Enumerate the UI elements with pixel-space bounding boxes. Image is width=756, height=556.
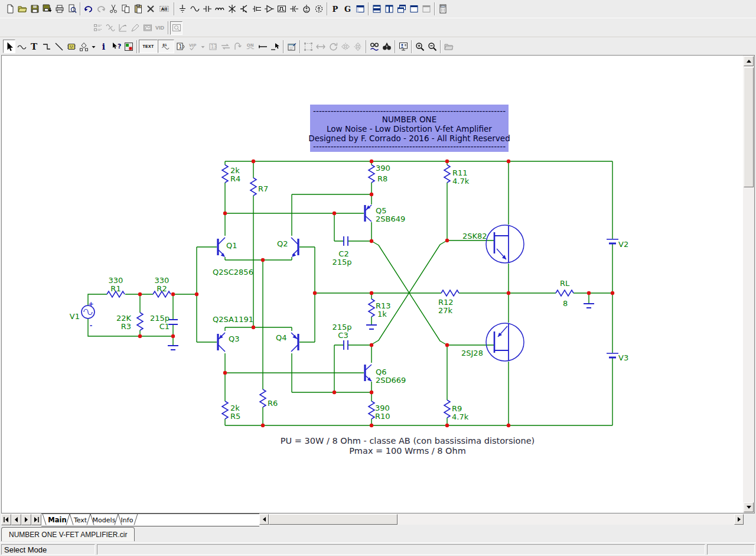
tile-vertical-button[interactable] (383, 2, 395, 16)
capacitor-C3 (344, 340, 348, 350)
fit-button[interactable] (314, 40, 327, 53)
copy-button[interactable] (119, 2, 132, 16)
new-document-button[interactable] (4, 2, 16, 16)
diode-bridge-tool-icon[interactable] (226, 2, 238, 16)
line-tool-button[interactable] (53, 40, 65, 53)
probe-pen-icon[interactable] (129, 21, 141, 35)
rotate-pin-button[interactable] (232, 40, 244, 53)
vip-probe-button[interactable]: VIP (187, 40, 199, 53)
tab-text[interactable]: Text (73, 516, 87, 524)
last-sheet-button[interactable] (31, 514, 41, 525)
folder-disabled-button[interactable] (442, 40, 455, 53)
print-preview-button[interactable] (66, 2, 78, 16)
current-source-tool-icon[interactable] (312, 2, 325, 16)
probe-p-button[interactable]: P (329, 2, 341, 16)
dc-transfer-icon[interactable]: VID (154, 21, 166, 35)
wire-cursor-button[interactable] (269, 40, 281, 53)
scroll-down-button[interactable] (744, 502, 754, 512)
window-button[interactable] (408, 2, 420, 16)
schematic-canvas[interactable]: ----------------------------------------… (2, 56, 742, 513)
group-select-button[interactable] (302, 40, 314, 53)
ic-tool-button[interactable] (65, 40, 77, 53)
print-button[interactable] (53, 2, 66, 16)
rotate-button[interactable] (327, 40, 339, 53)
save-all-button[interactable] (41, 2, 53, 16)
new-window-button[interactable] (354, 2, 366, 16)
flip-horizontal-button[interactable] (339, 40, 351, 53)
resistor-mode-button[interactable]: R1 (158, 40, 174, 53)
calculator-button[interactable] (436, 2, 449, 16)
ground-tool-icon[interactable] (176, 2, 188, 16)
undo-button[interactable] (82, 2, 94, 16)
tile-horizontal-button[interactable] (370, 2, 383, 16)
probe-g-button[interactable]: G (341, 2, 354, 16)
scroll-right-button[interactable] (734, 514, 744, 525)
shapes-dropdown-button[interactable] (90, 40, 97, 53)
resistor-R3 (137, 313, 143, 330)
paste-button[interactable] (132, 2, 144, 16)
scroll-left-button[interactable] (259, 514, 269, 525)
swap-pins-button[interactable] (219, 40, 232, 53)
select-tool-button[interactable] (3, 40, 15, 53)
wire-tool-button[interactable] (15, 40, 28, 53)
redo-button[interactable] (94, 2, 107, 16)
context-help-button[interactable]: ? (110, 40, 122, 53)
select-all-button[interactable]: All (157, 2, 172, 16)
delete-button[interactable] (144, 2, 157, 16)
flip-vertical-button[interactable] (351, 40, 364, 53)
scroll-up-button[interactable] (744, 56, 754, 66)
polyline-tool-button[interactable] (40, 40, 53, 53)
ac-analysis-icon[interactable] (104, 21, 116, 35)
shapes-tool-button[interactable] (77, 40, 90, 53)
text-mode-button[interactable]: TEXT (139, 40, 158, 53)
sine-source-tool-icon[interactable] (188, 2, 201, 16)
mosfet-tool-icon[interactable] (250, 2, 263, 16)
vertical-scrollbar[interactable] (743, 56, 754, 513)
info-tool-button[interactable]: i (97, 40, 110, 53)
toolbar-separator (438, 40, 442, 53)
horizontal-scrollbar[interactable] (259, 514, 744, 525)
label-r13-name: R13 (376, 301, 391, 310)
tab-models[interactable]: Models (93, 516, 116, 524)
dash-wire-button[interactable] (256, 40, 269, 53)
horizontal-scroll-thumb[interactable] (269, 514, 397, 525)
on-state-button[interactable]: ON (244, 40, 256, 53)
node-number-button[interactable]: 1 (174, 40, 187, 53)
buffer-tool-icon[interactable] (263, 2, 275, 16)
capacitor-tool-icon[interactable] (201, 2, 213, 16)
pulse-source-tool-icon[interactable] (275, 2, 288, 16)
open-button[interactable] (16, 2, 28, 16)
tab-main[interactable]: Main (48, 516, 66, 524)
schematic-canvas-frame: ----------------------------------------… (1, 55, 755, 513)
node-13-button[interactable]: 13 (207, 40, 219, 53)
next-sheet-button[interactable] (21, 514, 31, 525)
save-button[interactable] (28, 2, 41, 16)
cut-button[interactable] (107, 2, 119, 16)
netlist-icon[interactable] (92, 21, 104, 35)
first-sheet-button[interactable] (1, 514, 11, 525)
previous-sheet-button[interactable] (11, 514, 21, 525)
find-component-button[interactable] (368, 40, 380, 53)
zoom-out-button[interactable] (426, 40, 438, 53)
transient-analysis-icon[interactable] (116, 21, 129, 35)
polarized-capacitor-tool-icon[interactable] (288, 2, 300, 16)
oscilloscope-icon[interactable] (141, 21, 154, 35)
text-tool-button[interactable]: T (28, 40, 40, 53)
monitor-button[interactable] (397, 40, 409, 53)
probe-dropdown-button[interactable] (199, 40, 207, 53)
run-check-button[interactable] (122, 40, 135, 53)
inductor-tool-icon[interactable] (213, 2, 226, 16)
window-disabled-button[interactable] (420, 2, 432, 16)
properties-button[interactable] (285, 40, 298, 53)
document-tab[interactable]: NUMBER ONE V-FET AMPLIFIER.cir (1, 527, 135, 541)
zoom-window-icon[interactable] (170, 21, 183, 35)
cascade-button[interactable] (395, 2, 408, 16)
find-button[interactable] (380, 40, 393, 53)
tab-info[interactable]: Info (121, 516, 133, 524)
title-block[interactable]: ----------------------------------------… (308, 105, 510, 152)
label-r1-value: 330 (109, 276, 123, 285)
zoom-in-button[interactable] (413, 40, 426, 53)
vertical-scroll-thumb[interactable] (744, 67, 754, 187)
bjt-tool-icon[interactable] (238, 2, 250, 16)
voltage-source-tool-icon[interactable] (300, 2, 312, 16)
